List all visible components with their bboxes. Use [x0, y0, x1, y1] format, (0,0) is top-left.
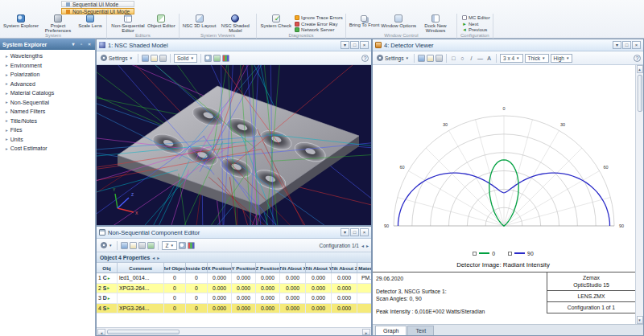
color-rays-icon[interactable] [222, 55, 229, 62]
zoom-icon[interactable] [179, 242, 186, 249]
system-explorer-button[interactable]: System Explorer [2, 14, 39, 28]
panel-menu-button[interactable]: ▾ [70, 40, 76, 48]
cell[interactable]: 0.000 [332, 293, 357, 304]
scale-lens-button[interactable]: Scale Lens [76, 14, 104, 28]
zoom-icon[interactable] [204, 55, 212, 62]
cell[interactable]: 0.000 [280, 293, 306, 304]
sidebar-item-advanced[interactable]: ▸Advanced [0, 80, 95, 89]
cell[interactable]: 0 [164, 273, 186, 284]
non-sequential-editor-button[interactable]: Non-Sequential Editor [109, 14, 147, 34]
close-button[interactable]: × [360, 228, 369, 236]
delete-row-icon[interactable] [138, 242, 146, 249]
cell[interactable]: 0.000 [208, 273, 232, 284]
cell[interactable]: 0.000 [232, 273, 256, 284]
sidebar-item-cost-estimator[interactable]: ▸Cost Estimator [0, 144, 95, 154]
sidebar-item-named-filters[interactable]: ▸Named Filters [0, 107, 95, 117]
insert-row-icon[interactable] [130, 242, 137, 249]
cell[interactable]: 0.000 [280, 304, 306, 314]
color-legend-icon[interactable] [188, 242, 195, 249]
cell[interactable]: 0.000 [306, 304, 332, 314]
print-icon[interactable] [436, 55, 443, 62]
collapse-left-icon[interactable]: ◂ [152, 255, 155, 260]
cell[interactable]: 0 [164, 304, 186, 314]
mc-editor-toggle[interactable]: MC Editor [462, 15, 490, 20]
ellipse-tool-icon[interactable]: ○ [459, 55, 466, 61]
help-button[interactable]: ? [634, 55, 641, 62]
cell[interactable]: 0.000 [256, 293, 280, 304]
nsc-shaded-model-button[interactable]: NSC Shaded Model [217, 14, 254, 34]
settings-button[interactable]: Settings▼ [375, 54, 411, 62]
cell[interactable]: 0.000 [280, 273, 306, 284]
settings-button[interactable]: Settings▼ [99, 54, 134, 62]
cell[interactable]: 0 [186, 273, 208, 284]
object-cell[interactable]: 2S▸ [97, 284, 118, 294]
horizontal-scrollbar[interactable]: ◂ ▸ [97, 327, 371, 335]
cell[interactable]: 0.000 [332, 273, 357, 284]
sidebar-item-files[interactable]: ▸Files [0, 125, 95, 135]
scroll-left-button[interactable]: ◂ [97, 329, 105, 335]
help-button[interactable]: ? [361, 55, 369, 62]
legend-checkbox[interactable] [473, 252, 477, 256]
cell[interactable] [118, 293, 164, 304]
sidebar-item-polarization[interactable]: ▸Polarization [0, 70, 95, 80]
settings-button[interactable]: ▼ [99, 241, 114, 249]
collapse-right-icon[interactable]: ▸ [157, 255, 159, 260]
vertical-scrollbar[interactable]: ▴ ▾ [635, 65, 643, 324]
window-menu-button[interactable]: ▾ [341, 228, 349, 236]
detector-window-titlebar[interactable]: 4: Detector Viewer ▾ □ × [373, 39, 643, 51]
panel-pin-button[interactable]: ▫ [78, 40, 85, 48]
shaded-model-viewport[interactable]: XYZ [97, 65, 371, 225]
next-config-button[interactable]: ▸Next [462, 22, 490, 27]
cell[interactable]: XPG3-264... [118, 304, 164, 314]
solid-mode-select[interactable]: Solid▼ [174, 54, 197, 63]
grid-layout-select[interactable]: 3 x 4▼ [500, 54, 523, 63]
object-cell[interactable]: 1C▸ [97, 273, 118, 284]
ignore-trace-errors-toggle[interactable]: Ignore Trace Errors [295, 15, 343, 20]
scrollbar-thumb[interactable] [638, 75, 642, 112]
line-tool-icon[interactable]: / [468, 55, 475, 61]
cell[interactable]: 0.000 [306, 284, 332, 294]
object-cell[interactable]: 3D▸ [97, 293, 118, 304]
dock-new-windows-button[interactable]: Dock New Windows [417, 14, 454, 34]
cell[interactable]: 0.000 [256, 304, 280, 314]
cell[interactable]: 0 [186, 293, 208, 304]
bring-to-front-button[interactable]: Bring To Front [349, 14, 381, 27]
scroll-up-button[interactable]: ▴ [637, 65, 643, 73]
render-icon[interactable] [213, 55, 221, 62]
sidebar-item-material-catalogs[interactable]: ▸Material Catalogs [0, 88, 95, 98]
paste-icon[interactable] [147, 242, 155, 249]
object-editor-button[interactable]: Object Editor [147, 14, 176, 28]
editor-window-titlebar[interactable]: Non-Sequential Component Editor ▾ □ × [97, 227, 371, 239]
object-cell[interactable]: 4S▸ [97, 304, 118, 314]
project-preferences-button[interactable]: Project Preferences [39, 14, 76, 34]
cell[interactable]: 0.000 [256, 273, 280, 284]
sidebar-item-units[interactable]: ▸Units [0, 135, 95, 145]
sidebar-item-non-sequential[interactable]: ▸Non-Sequential [0, 98, 95, 108]
cell[interactable]: 0 [186, 284, 208, 294]
maximize-button[interactable]: □ [350, 41, 359, 49]
cell[interactable] [357, 284, 371, 294]
sequential-ui-mode-tab[interactable]: Sequential UI Mode [61, 1, 134, 7]
sidebar-item-environment[interactable]: ▸Environment [0, 61, 95, 71]
close-button[interactable]: × [360, 41, 369, 49]
rectangle-tool-icon[interactable]: □ [450, 55, 457, 61]
scrollbar-thumb[interactable] [107, 330, 180, 334]
cell[interactable]: 0.000 [332, 304, 357, 314]
save-icon[interactable] [121, 242, 128, 249]
sidebar-item-wavelengths[interactable]: ▸Wavelengths [0, 51, 95, 61]
system-check-button[interactable]: System Check [259, 14, 292, 28]
object-properties-bar[interactable]: Object 4 Properties ◂ ▸ [97, 252, 371, 263]
cell[interactable]: 0.000 [306, 273, 332, 284]
cell[interactable]: 0.000 [208, 293, 232, 304]
maximize-button[interactable]: □ [622, 41, 631, 49]
tab-graph[interactable]: Graph [375, 326, 407, 335]
scroll-right-button[interactable]: ▸ [362, 329, 370, 335]
sidebar-item-title-notes[interactable]: ▸Title/Notes [0, 117, 95, 126]
nsc-3d-layout-button[interactable]: NSC 3D Layout [182, 14, 217, 28]
cell[interactable]: 0.000 [280, 284, 306, 294]
non-sequential-ui-mode-tab[interactable]: Non-Sequential UI Mode [61, 8, 134, 14]
next-config-arrow[interactable]: ▸ [366, 243, 369, 248]
scroll-down-button[interactable]: ▾ [637, 316, 643, 324]
cell[interactable]: 0.000 [208, 304, 232, 314]
cell[interactable]: 0 [164, 284, 186, 294]
